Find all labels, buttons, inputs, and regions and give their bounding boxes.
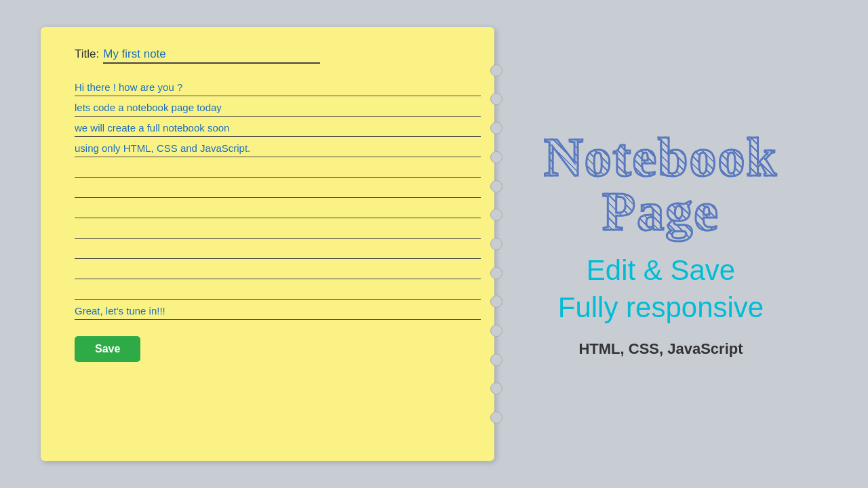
spiral-hole	[490, 382, 502, 394]
line-input-4[interactable]	[75, 137, 481, 157]
line-input-9[interactable]	[75, 239, 481, 259]
line-row	[75, 218, 481, 239]
spiral-hole	[490, 354, 502, 366]
line-input-7[interactable]	[75, 198, 481, 218]
line-row	[75, 239, 481, 259]
title-label: Title:	[75, 47, 99, 61]
notebook: Title:	[41, 27, 494, 461]
line-input-1[interactable]	[75, 76, 481, 96]
spiral-holes	[490, 27, 502, 461]
line-input-5[interactable]	[75, 157, 481, 178]
tech-label: HTML, CSS, JavaScript	[578, 340, 743, 358]
spiral-hole	[490, 411, 502, 424]
spiral-hole	[490, 325, 502, 337]
edit-save-subtitle: Edit & Save Fully responsive	[558, 252, 764, 326]
spiral-hole	[490, 296, 502, 308]
save-button[interactable]: Save	[75, 336, 140, 362]
spiral-hole	[490, 267, 502, 279]
spiral-hole	[490, 64, 502, 77]
line-row	[75, 137, 481, 157]
notebook-page-title: Notebook Page	[544, 130, 778, 239]
line-input-6[interactable]	[75, 178, 481, 198]
line-input-11[interactable]	[75, 279, 481, 300]
title-row: Title:	[75, 47, 481, 64]
line-input-2[interactable]	[75, 96, 481, 117]
spiral-hole	[490, 93, 502, 105]
spiral-hole	[490, 238, 502, 250]
line-input-8[interactable]	[75, 218, 481, 239]
spiral-hole	[490, 122, 502, 134]
spiral-hole	[490, 209, 502, 221]
spiral-hole	[490, 151, 502, 163]
right-section: Notebook Page Edit & Save Fully responsi…	[494, 130, 827, 357]
line-input-3[interactable]	[75, 117, 481, 137]
line-row	[75, 259, 481, 279]
line-input-12[interactable]	[75, 300, 481, 320]
line-row	[75, 300, 481, 320]
line-row	[75, 117, 481, 137]
line-row	[75, 76, 481, 96]
line-row	[75, 279, 481, 300]
line-row	[75, 96, 481, 117]
spiral-hole	[490, 180, 502, 192]
line-row	[75, 198, 481, 218]
line-row	[75, 178, 481, 198]
line-row	[75, 157, 481, 178]
title-input[interactable]	[103, 47, 320, 64]
line-input-10[interactable]	[75, 259, 481, 279]
lines-area	[75, 76, 481, 320]
